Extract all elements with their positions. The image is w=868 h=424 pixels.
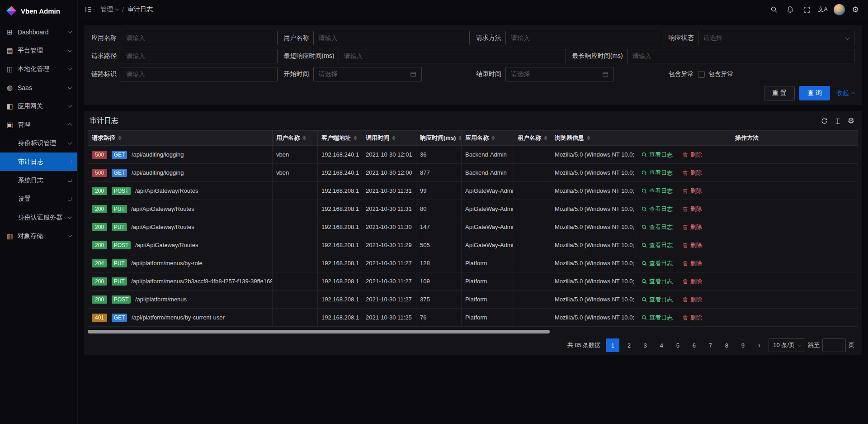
sidebar-menu-item[interactable]: 身份认证服务器 [0, 208, 77, 227]
column-header[interactable]: 请求路径 [88, 131, 273, 146]
page-button[interactable]: 1 [606, 338, 619, 352]
page-size-select[interactable]: 10 条/页 [769, 338, 805, 352]
sidebar-menu-item[interactable]: ◍ Saas [0, 78, 77, 97]
text-input[interactable] [627, 49, 854, 63]
sidebar-menu-item[interactable]: 审计日志 [0, 152, 77, 171]
delete-button[interactable]: 删除 [683, 187, 702, 195]
page-button[interactable]: 9 [736, 338, 750, 352]
column-label: 请求路径 [92, 134, 115, 142]
page-button[interactable]: 4 [655, 338, 668, 352]
view-log-button[interactable]: 查看日志 [642, 277, 673, 286]
delete-button[interactable]: 删除 [683, 314, 702, 322]
reset-button[interactable]: 重 置 [764, 86, 795, 100]
date-input[interactable]: 请选择 [313, 67, 422, 81]
settings-gear-icon[interactable]: ⚙ [848, 2, 863, 17]
collapse-link[interactable]: 收起 [836, 89, 854, 97]
page-button[interactable]: 8 [720, 338, 733, 352]
date-input[interactable]: 请选择 [505, 67, 614, 81]
text-input[interactable] [121, 67, 278, 81]
view-log-button[interactable]: 查看日志 [642, 259, 673, 267]
column-header[interactable]: 操作方法 [636, 131, 858, 146]
fullscreen-icon[interactable] [799, 2, 814, 17]
text-input[interactable] [121, 31, 278, 45]
logo[interactable]: Vben Admin [0, 0, 77, 22]
breadcrumb-root[interactable]: 管理 [100, 5, 118, 14]
sidebar-menu-item[interactable]: ◫ 本地化管理 [0, 60, 77, 78]
delete-button[interactable]: 删除 [683, 205, 702, 213]
delete-button[interactable]: 删除 [683, 277, 702, 286]
page-button[interactable]: 3 [638, 338, 652, 352]
refresh-icon[interactable] [821, 118, 828, 124]
jump-page-input[interactable] [822, 338, 846, 352]
cell-response-time: 877 [416, 164, 462, 182]
cell-client-address: 192.168.240.1 [318, 164, 362, 182]
cell-username [273, 236, 318, 254]
search-button[interactable]: 查 询 [799, 86, 830, 100]
column-header[interactable]: 用户名称 [273, 131, 318, 146]
view-log-button[interactable]: 查看日志 [642, 223, 673, 231]
page-button[interactable]: 2 [622, 338, 636, 352]
chevron-icon [68, 160, 71, 163]
view-log-button[interactable]: 查看日志 [642, 241, 673, 249]
text-input[interactable] [505, 31, 662, 45]
view-log-button[interactable]: 查看日志 [642, 169, 673, 177]
column-header[interactable]: 调用时间 [362, 131, 416, 146]
scrollbar-thumb[interactable] [88, 330, 550, 333]
include-exception-checkbox[interactable] [698, 71, 705, 78]
select-input[interactable]: 请选择 [698, 31, 855, 45]
view-log-button[interactable]: 查看日志 [642, 187, 673, 195]
column-header[interactable]: 应用名称 [462, 131, 514, 146]
cell-request-path: 200 PUT /api/ApiGateway/Routes [88, 218, 273, 236]
sort-icons[interactable] [458, 136, 461, 140]
text-input[interactable] [339, 49, 566, 63]
delete-button[interactable]: 删除 [683, 169, 702, 177]
text-input[interactable] [313, 31, 470, 45]
delete-button[interactable]: 删除 [683, 259, 702, 267]
delete-button[interactable]: 删除 [683, 241, 702, 249]
view-log-button[interactable]: 查看日志 [642, 314, 673, 322]
sort-icons[interactable] [587, 136, 590, 140]
text-input[interactable] [121, 49, 278, 63]
page-button[interactable]: 7 [703, 338, 717, 352]
search-icon[interactable] [767, 2, 781, 17]
cell-call-time: 2021-10-30 11:25 [362, 309, 416, 327]
column-header[interactable]: 响应时间(ms) [416, 131, 462, 146]
locale-switch-icon[interactable]: 文A [816, 2, 830, 17]
request-path: /api/platform/menus/2b3accf8-4fb8-f257-f… [131, 278, 272, 285]
row-height-icon[interactable] [835, 118, 841, 124]
chevron-icon [68, 214, 72, 219]
page-button[interactable]: 5 [671, 338, 684, 352]
column-header[interactable]: 客户端地址 [318, 131, 362, 146]
sidebar-menu-item[interactable]: ▥ 对象存储 [0, 227, 77, 245]
sort-icons[interactable] [491, 136, 495, 140]
sidebar-menu-item[interactable]: ▣ 管理 [0, 115, 77, 134]
sidebar-menu-item[interactable]: ▤ 平台管理 [0, 41, 77, 60]
delete-button[interactable]: 删除 [683, 295, 702, 304]
next-page-button[interactable]: › [752, 338, 766, 352]
view-log-button[interactable]: 查看日志 [642, 295, 673, 304]
sort-icons[interactable] [544, 136, 547, 140]
view-log-button[interactable]: 查看日志 [642, 205, 673, 213]
sort-icons[interactable] [392, 136, 396, 140]
column-header[interactable]: 租户名称 [514, 131, 551, 146]
sidebar-menu-item[interactable]: 设置 [0, 190, 77, 208]
notification-bell-icon[interactable] [783, 2, 797, 17]
app-root: Vben Admin ⊞ Dashboard ▤ 平台管理 ◫ 本地化管理 [0, 0, 868, 424]
sort-icons[interactable] [302, 136, 306, 140]
sidebar-menu-item[interactable]: ◧ 应用网关 [0, 97, 77, 115]
sidebar-menu-item[interactable]: ⊞ Dashboard [0, 23, 77, 41]
cell-request-path: 200 PUT /api/ApiGateway/Routes [88, 200, 273, 218]
sidebar-menu-item[interactable]: 身份标识管理 [0, 134, 77, 152]
column-header[interactable]: 浏览器信息 [551, 131, 636, 146]
menu-fold-icon[interactable] [81, 2, 96, 17]
page-button[interactable]: 6 [687, 338, 701, 352]
method-badge: POST [112, 241, 131, 249]
sort-icons[interactable] [118, 136, 122, 140]
sort-icons[interactable] [354, 136, 357, 140]
view-log-button[interactable]: 查看日志 [642, 151, 673, 159]
delete-button[interactable]: 删除 [683, 223, 702, 231]
user-avatar[interactable] [832, 2, 846, 17]
column-settings-icon[interactable]: ⚙ [848, 117, 854, 125]
sidebar-menu-item[interactable]: 系统日志 [0, 171, 77, 190]
delete-button[interactable]: 删除 [683, 151, 702, 159]
